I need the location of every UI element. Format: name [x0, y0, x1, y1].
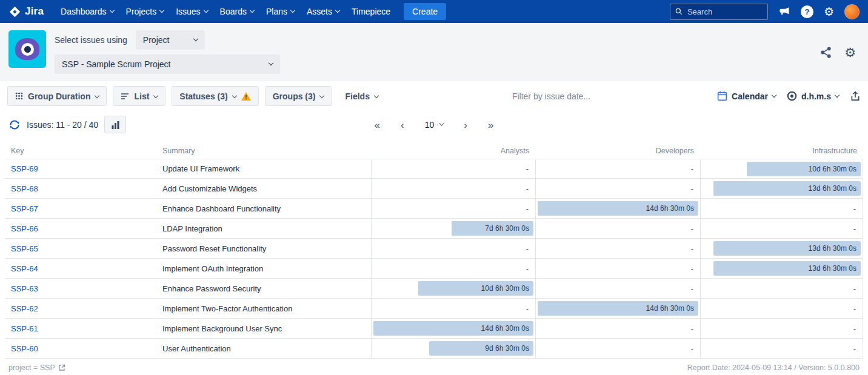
issue-key-link[interactable]: SSP-64 — [11, 264, 38, 273]
issue-key-cell: SSP-69 — [5, 159, 161, 178]
chevron-down-icon — [439, 121, 444, 125]
duration-cell-analysts: - — [371, 199, 535, 218]
nav-item-timepiece[interactable]: Timepiece — [346, 0, 396, 23]
next-page-button[interactable]: › — [464, 119, 467, 130]
previous-page-button[interactable]: ‹ — [401, 119, 404, 130]
nav-item-assets[interactable]: Assets — [301, 0, 346, 23]
settings-icon[interactable]: ⚙ — [824, 6, 834, 18]
report-settings-button[interactable]: ⚙ — [844, 46, 856, 59]
issue-key-link[interactable]: SSP-68 — [11, 184, 38, 193]
duration-cell-infrastructure: - — [700, 199, 863, 218]
duration-cell-developers: - — [535, 319, 700, 338]
duration-cell-developers: - — [535, 239, 700, 258]
last-page-button[interactable]: » — [488, 119, 493, 130]
announcements-icon[interactable] — [778, 5, 790, 18]
chevron-down-icon — [159, 8, 164, 13]
chevron-down-icon — [835, 92, 840, 97]
issue-key-link[interactable]: SSP-69 — [11, 164, 38, 173]
table-row: SSP-65Password Reset Functionality--13d … — [5, 239, 863, 259]
chevron-down-icon — [193, 36, 198, 41]
table-row: SSP-64Implement OAuth Integration--13d 6… — [5, 259, 863, 279]
top-navigation-bar: Jira DashboardsProjectsIssuesBoardsPlans… — [0, 0, 868, 23]
refresh-icon — [8, 119, 21, 131]
groups-filter-button[interactable]: Groups (3) — [265, 86, 332, 106]
duration-cell-developers: - — [535, 339, 700, 358]
footer-filter: project = SSP — [8, 363, 65, 372]
duration-cell-analysts: 14d 6h 30m 0s — [371, 319, 535, 338]
grid-icon — [15, 92, 23, 100]
nav-item-issues[interactable]: Issues — [170, 0, 213, 23]
project-select[interactable]: SSP - Sample Scrum Project — [55, 55, 280, 74]
duration-bar: 14d 6h 30m 0s — [373, 321, 533, 336]
issue-key-cell: SSP-60 — [5, 339, 161, 358]
help-icon[interactable]: ? — [801, 5, 813, 18]
duration-cell-infrastructure: - — [700, 339, 863, 358]
column-header-summary[interactable]: Summary — [161, 147, 371, 155]
group-duration-label: Group Duration — [28, 91, 90, 101]
export-button[interactable] — [850, 91, 861, 102]
issue-summary-cell: User Authentication — [161, 339, 371, 358]
duration-cell-developers: 14d 6h 30m 0s — [535, 199, 700, 218]
issue-summary-cell: Update UI Framework — [161, 159, 371, 178]
nav-item-label: Plans — [266, 7, 287, 16]
nav-item-boards[interactable]: Boards — [214, 0, 260, 23]
jira-home-link[interactable]: Jira — [8, 5, 44, 18]
issue-key-link[interactable]: SSP-63 — [11, 284, 38, 293]
issues-count-label: Issues: 11 - 20 / 40 — [27, 120, 98, 130]
nav-item-plans[interactable]: Plans — [260, 0, 301, 23]
search-icon — [675, 7, 683, 16]
issue-key-link[interactable]: SSP-61 — [11, 324, 38, 333]
fields-button[interactable]: Fields — [338, 86, 385, 106]
search-input[interactable] — [670, 4, 768, 20]
table-row: SSP-63Enhance Password Security10d 6h 30… — [5, 279, 863, 299]
issue-date-filter[interactable]: Filter by issue date... — [392, 91, 711, 101]
column-header-developers[interactable]: Developers — [535, 147, 700, 155]
issue-key-link[interactable]: SSP-60 — [11, 344, 38, 353]
issue-key-link[interactable]: SSP-62 — [11, 304, 38, 313]
first-page-button[interactable]: « — [375, 119, 380, 130]
gear-icon: ⚙ — [844, 46, 856, 59]
list-label: List — [134, 91, 149, 101]
create-button[interactable]: Create — [404, 3, 446, 20]
chevron-down-icon — [335, 8, 340, 13]
statuses-filter-button[interactable]: Statuses (3) — [172, 86, 258, 106]
timepiece-report-page: Jira DashboardsProjectsIssuesBoardsPlans… — [0, 0, 868, 375]
table-row: SSP-68Add Customizable Widgets--13d 6h 3… — [5, 179, 863, 199]
calendar-selector[interactable]: Calendar — [717, 91, 776, 101]
issue-summary-cell: Add Customizable Widgets — [161, 179, 371, 198]
project-select-value: SSP - Sample Scrum Project — [62, 59, 170, 69]
chart-view-button[interactable] — [104, 116, 126, 133]
nav-item-label: Boards — [220, 7, 247, 16]
column-header-analysts[interactable]: Analysts — [371, 147, 535, 155]
issue-source-select[interactable]: Project — [136, 30, 205, 50]
page-size-select[interactable]: 10 — [425, 120, 444, 130]
empty-duration: - — [691, 184, 693, 193]
topbar-actions: ? ⚙ — [670, 4, 860, 20]
duration-cell-developers: - — [535, 259, 700, 278]
issue-key-cell: SSP-66 — [5, 219, 161, 238]
report-toolbar: Group Duration List Statuses (3) Groups … — [0, 81, 868, 111]
issue-key-link[interactable]: SSP-66 — [11, 224, 38, 233]
column-header-infrastructure[interactable]: Infrastructure — [700, 147, 863, 155]
user-avatar[interactable] — [844, 4, 860, 19]
external-link-icon[interactable] — [58, 364, 65, 371]
duration-cell-infrastructure: 13d 6h 30m 0s — [700, 239, 863, 258]
issue-key-link[interactable]: SSP-67 — [11, 204, 38, 213]
view-list-button[interactable]: List — [113, 86, 165, 106]
group-duration-button[interactable]: Group Duration — [7, 86, 107, 106]
empty-duration: - — [853, 324, 856, 333]
share-button[interactable] — [820, 46, 832, 59]
nav-item-dashboards[interactable]: Dashboards — [55, 0, 120, 23]
chevron-down-icon — [319, 93, 324, 98]
nav-item-projects[interactable]: Projects — [120, 0, 170, 23]
issue-key-link[interactable]: SSP-65 — [11, 244, 38, 253]
nav-item-label: Issues — [176, 7, 200, 16]
refresh-button[interactable] — [8, 119, 21, 131]
table-row: SSP-60User Authentication9d 6h 30m 0s-- — [5, 339, 863, 359]
report-header-actions: ⚙ — [820, 46, 860, 59]
duration-cell-analysts: 9d 6h 30m 0s — [371, 339, 535, 358]
issue-source-controls: Select issues using Project SSP - Sample… — [55, 30, 280, 74]
column-header-key[interactable]: Key — [5, 147, 161, 155]
report-filter-text: project = SSP — [8, 363, 55, 372]
duration-format-selector[interactable]: d.h.m.s — [787, 91, 839, 101]
